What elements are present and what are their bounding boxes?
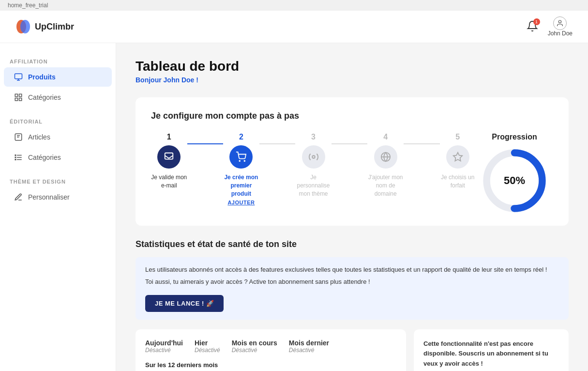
sidebar-item-articles[interactable]: Articles [4,127,112,147]
connector-2 [259,143,296,144]
notification-icon[interactable]: 1 [527,20,538,33]
step-4: 4 J'ajouter mon nom de domaine [367,133,404,198]
side-text1: Cette fonctionnalité n'est pas encore di… [423,339,559,369]
stat-yesterday-label: Hier [195,339,220,347]
sidebar-articles-label: Articles [28,133,50,141]
step-1-circle [157,145,181,169]
step-5-label: Je choisis un forfait [440,173,476,190]
personnaliser-icon [14,192,23,202]
step-5-circle [446,145,469,169]
categories-affil-icon [14,93,23,102]
stats-cards: Aujourd'hui Désactivé Hier Désactivé Moi… [136,329,569,371]
svg-rect-3 [15,74,22,79]
logo-icon [15,19,31,34]
sidebar-categories-editorial-label: Catégories [28,154,61,161]
logo: UpClimbr [15,19,74,34]
connector-1 [187,143,224,144]
header: UpClimbr 1 John Doe [0,11,588,43]
setup-content: 1 Je valide mon e-mail 2 [151,133,553,212]
svg-point-20 [312,155,315,158]
svg-point-19 [244,160,245,161]
step-2-action[interactable]: AJOUTER [227,200,255,205]
step-3-circle [302,145,325,169]
sidebar-item-categories-affil[interactable]: Catégories [4,88,112,107]
svg-point-2 [559,20,561,23]
svg-rect-4 [15,94,17,96]
step-2: 2 Je crée mon premier produit AJOUTER [223,133,259,205]
sidebar-item-categories-editorial[interactable]: Catégories [4,148,112,167]
sidebar-personnaliser-label: Personnaliser [28,193,70,201]
stats-main-card: Aujourd'hui Désactivé Hier Désactivé Moi… [136,329,406,371]
page-title: Tableau de bord [136,59,569,74]
stat-col-yesterday: Hier Désactivé [195,339,220,354]
user-info[interactable]: John Doe [548,16,573,37]
affiliation-section-label: AFFILIATION [0,55,116,66]
step-4-circle [374,145,397,169]
user-avatar [553,16,567,30]
categories-editorial-icon [14,153,23,162]
stat-lastmonth-value: Désactivé [289,347,329,354]
produits-icon [14,72,23,82]
progress-section: Progression 50% [476,133,553,212]
main-content: Tableau de bord Bonjour John Doe ! Je co… [116,43,588,371]
step-1: 1 Je valide mon e-mail [151,133,187,190]
theme-section-label: THÈME ET DESIGN [0,175,116,186]
stats-banner-text2: Toi aussi, tu aimerais y avoir accès ? A… [145,277,559,287]
logo-text: UpClimbr [35,22,74,32]
step-4-label: J'ajouter mon nom de domaine [367,173,404,198]
layout: AFFILIATION Produits Catégories ÉDITORIA… [0,43,588,371]
sidebar: AFFILIATION Produits Catégories ÉDITORIA… [0,43,116,371]
connector-3 [332,143,368,144]
top-bar-label: home_free_trial [8,2,48,9]
progress-label: 50% [504,174,525,187]
stat-col-lastmonth: Mois dernier Désactivé [289,339,329,354]
svg-marker-23 [453,153,462,161]
stats-banner-text1: Les utilisateurs abonnés ont accès à des… [145,265,559,275]
svg-rect-14 [15,155,16,156]
sidebar-item-personnaliser[interactable]: Personnaliser [4,187,112,207]
stat-col-today: Aujourd'hui Désactivé [145,339,183,354]
step-2-number: 2 [239,133,243,141]
launch-button[interactable]: JE ME LANCE ! 🚀 [145,295,224,312]
setup-title: Je configure mon compte pas à pas [151,111,553,121]
page-greeting: Bonjour John Doe ! [136,76,569,84]
sidebar-categories-affil-label: Catégories [28,93,61,101]
sidebar-item-produits[interactable]: Produits [4,67,112,87]
step-5: 5 Je choisis un forfait [440,133,476,190]
stat-month-label: Mois en cours [232,339,277,347]
stat-today-value: Désactivé [145,347,183,354]
step-3: 3 Je personnalise mon thème [295,133,332,198]
svg-rect-15 [15,157,16,158]
sidebar-produits-label: Produits [28,73,56,81]
step-5-number: 5 [455,133,460,141]
stat-lastmonth-label: Mois dernier [289,339,329,347]
progress-title: Progression [492,133,537,141]
step-1-number: 1 [167,133,171,141]
header-right: 1 John Doe [527,16,573,37]
stats-side-card: Cette fonctionnalité n'est pas encore di… [414,329,569,371]
svg-rect-16 [15,159,16,160]
svg-rect-5 [19,94,22,96]
articles-icon [14,132,23,142]
stats-title: Statistiques et état de santé de ton sit… [136,239,569,249]
step-2-label: Je crée mon premier produit [223,173,259,198]
twelve-months-label: Sur les 12 derniers mois [145,361,396,369]
notification-badge: 1 [533,18,540,25]
connector-4 [404,143,440,144]
step-1-label: Je valide mon e-mail [151,173,187,190]
stats-banner: Les utilisateurs abonnés ont accès à des… [136,257,569,320]
editorial-section-label: ÉDITORIAL [0,115,116,126]
stat-today-label: Aujourd'hui [145,339,183,347]
stats-grid: Aujourd'hui Désactivé Hier Désactivé Moi… [145,339,396,354]
step-3-label: Je personnalise mon thème [295,173,332,198]
svg-point-18 [240,160,241,161]
top-bar: home_free_trial [0,0,588,11]
stats-section: Statistiques et état de santé de ton sit… [136,239,569,371]
step-2-circle [229,145,253,169]
setup-section: Je configure mon compte pas à pas 1 Je v… [136,97,569,226]
svg-rect-6 [15,98,17,101]
step-4-number: 4 [383,133,388,141]
svg-rect-7 [19,98,22,101]
stat-month-value: Désactivé [232,347,277,354]
stat-col-month: Mois en cours Désactivé [232,339,277,354]
